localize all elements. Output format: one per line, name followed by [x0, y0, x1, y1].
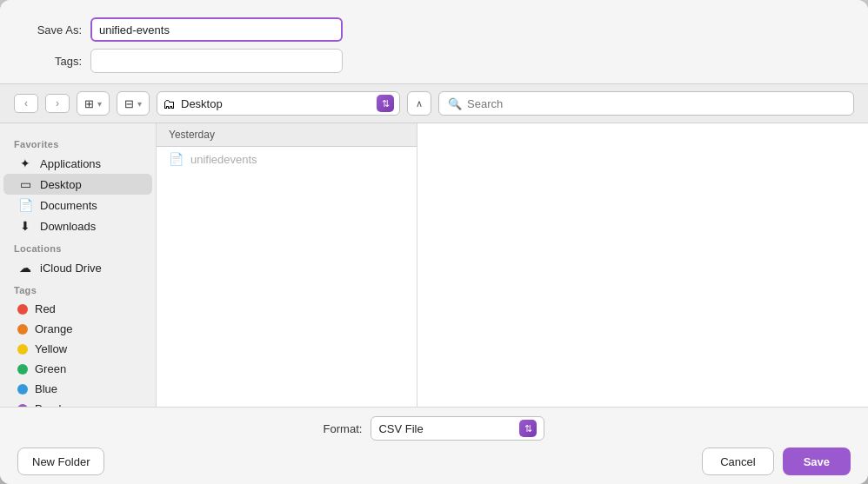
- save-button[interactable]: Save: [783, 448, 851, 475]
- main-content: Favorites ✦ Applications ▭ Desktop 📄 Doc…: [0, 123, 868, 407]
- tags-row: Tags:: [21, 49, 847, 73]
- location-spinner: ⇅: [377, 95, 394, 112]
- top-form: Save As: Tags:: [0, 0, 868, 83]
- sidebar-item-downloads-label: Downloads: [40, 220, 96, 233]
- tag-blue-dot: [17, 384, 28, 394]
- format-row: Format: CSV File ⇅: [17, 416, 851, 441]
- save-as-row: Save As:: [21, 17, 847, 42]
- favorites-section-title: Favorites: [0, 132, 156, 153]
- file-pane-header: Yesterday: [157, 123, 417, 147]
- tags-label: Tags:: [21, 55, 82, 68]
- tag-green-label: Green: [35, 362, 66, 375]
- grid-chevron-icon: ▾: [137, 99, 142, 109]
- tag-blue-label: Blue: [35, 382, 57, 395]
- documents-icon: 📄: [17, 198, 33, 212]
- sidebar-item-applications[interactable]: ✦ Applications: [3, 153, 152, 174]
- sidebar-item-icloud-drive-label: iCloud Drive: [40, 262, 102, 275]
- save-as-label: Save As:: [21, 23, 82, 36]
- tag-yellow-dot: [17, 344, 28, 355]
- save-dialog: Save As: Tags: ‹ › ⊞ ▾ ⊟ ▾ 🗂 Desktop ⇅ ∧: [0, 0, 868, 484]
- sidebar-item-documents-label: Documents: [40, 199, 97, 212]
- tags-section-title: Tags: [0, 278, 156, 299]
- bottom-bar: Format: CSV File ⇅ New Folder Cancel Sav…: [0, 407, 868, 484]
- expand-button[interactable]: ∧: [407, 91, 431, 116]
- sidebar-item-tag-purple[interactable]: Purple: [3, 399, 152, 407]
- locations-section-title: Locations: [0, 236, 156, 257]
- tag-red-dot: [17, 304, 28, 315]
- search-icon: 🔍: [448, 97, 462, 110]
- sidebar-item-icloud-drive[interactable]: ☁ iCloud Drive: [3, 257, 152, 278]
- format-select[interactable]: CSV File ⇅: [371, 416, 544, 441]
- file-icon-unifiedevents: 📄: [169, 152, 184, 166]
- sidebar-item-tag-orange[interactable]: Orange: [3, 319, 152, 339]
- tags-input[interactable]: [90, 49, 343, 73]
- format-label: Format:: [324, 422, 363, 435]
- file-pane-content: 📄 unifiedevents: [157, 147, 417, 407]
- spinner-icon: ⇅: [382, 98, 390, 109]
- grid-view-icon: ⊟: [124, 97, 134, 110]
- file-item-unifiedevents[interactable]: 📄 unifiedevents: [157, 147, 417, 171]
- action-buttons: Cancel Save: [702, 448, 851, 475]
- sidebar: Favorites ✦ Applications ▭ Desktop 📄 Doc…: [0, 123, 157, 407]
- location-bar[interactable]: 🗂 Desktop ⇅: [157, 91, 400, 116]
- sidebar-item-tag-blue[interactable]: Blue: [3, 379, 152, 399]
- applications-icon: ✦: [17, 156, 33, 170]
- downloads-icon: ⬇: [17, 219, 33, 233]
- detail-pane: [417, 123, 868, 407]
- desktop-icon: ▭: [17, 177, 33, 191]
- cancel-button[interactable]: Cancel: [702, 448, 773, 475]
- new-folder-button[interactable]: New Folder: [17, 448, 104, 475]
- tag-yellow-label: Yellow: [35, 342, 67, 355]
- file-pane: Yesterday 📄 unifiedevents: [157, 123, 417, 407]
- columns-view-icon: ⊞: [84, 97, 94, 110]
- action-row: New Folder Cancel Save: [17, 448, 851, 475]
- search-input[interactable]: [467, 97, 845, 110]
- save-as-input[interactable]: [90, 17, 343, 42]
- location-folder-icon: 🗂: [163, 96, 176, 111]
- columns-view-button[interactable]: ⊞ ▾: [77, 91, 110, 116]
- columns-chevron-icon: ▾: [97, 99, 102, 109]
- sidebar-item-desktop-label: Desktop: [40, 178, 82, 191]
- tag-orange-label: Orange: [35, 322, 72, 335]
- forward-button[interactable]: ›: [45, 94, 70, 113]
- toolbar: ‹ › ⊞ ▾ ⊟ ▾ 🗂 Desktop ⇅ ∧ 🔍: [0, 83, 868, 123]
- format-select-value: CSV File: [378, 422, 514, 435]
- sidebar-item-tag-yellow[interactable]: Yellow: [3, 339, 152, 359]
- sidebar-item-tag-red[interactable]: Red: [3, 299, 152, 319]
- tag-orange-dot: [17, 324, 28, 335]
- tag-red-label: Red: [35, 302, 56, 315]
- icloud-drive-icon: ☁: [17, 261, 33, 275]
- sidebar-item-applications-label: Applications: [40, 157, 101, 170]
- back-button[interactable]: ‹: [14, 94, 38, 113]
- sidebar-item-downloads[interactable]: ⬇ Downloads: [3, 215, 152, 236]
- file-list: Yesterday 📄 unifiedevents: [157, 123, 868, 407]
- format-spinner-icon: ⇅: [519, 420, 537, 437]
- sidebar-item-desktop[interactable]: ▭ Desktop: [3, 174, 152, 195]
- location-name: Desktop: [181, 97, 371, 110]
- search-box[interactable]: 🔍: [438, 91, 854, 116]
- sidebar-item-tag-green[interactable]: Green: [3, 359, 152, 379]
- tag-green-dot: [17, 364, 28, 375]
- grid-view-button[interactable]: ⊟ ▾: [117, 91, 150, 116]
- file-name-unifiedevents: unifiedevents: [190, 153, 257, 166]
- sidebar-item-documents[interactable]: 📄 Documents: [3, 195, 152, 215]
